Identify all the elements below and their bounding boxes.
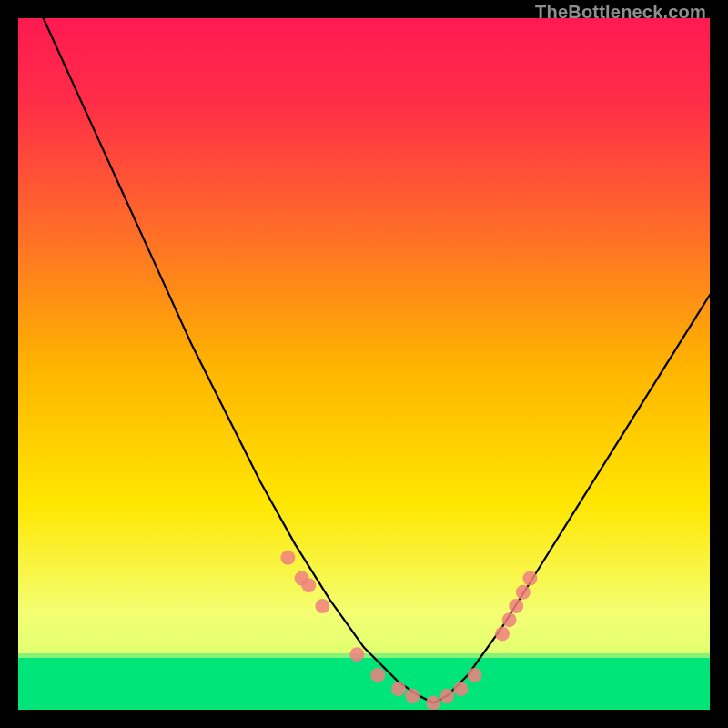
data-point (509, 599, 523, 613)
data-point (391, 682, 406, 696)
chart-frame (18, 18, 710, 710)
data-point (522, 571, 537, 586)
data-point (502, 612, 517, 627)
data-point (301, 578, 316, 592)
data-point (405, 689, 420, 703)
data-point (440, 689, 454, 703)
data-point (516, 585, 531, 600)
watermark-text: TheBottleneck.com (535, 2, 706, 23)
data-point (495, 626, 510, 641)
yellow-band (18, 608, 710, 658)
data-point (370, 668, 385, 682)
green-band (18, 653, 710, 710)
data-point (453, 682, 468, 696)
data-point (468, 668, 482, 682)
data-point (349, 647, 364, 662)
gradient-background (18, 18, 710, 710)
data-point (426, 695, 440, 710)
data-point (315, 599, 329, 613)
chart-svg (18, 18, 710, 710)
data-point (280, 551, 295, 565)
